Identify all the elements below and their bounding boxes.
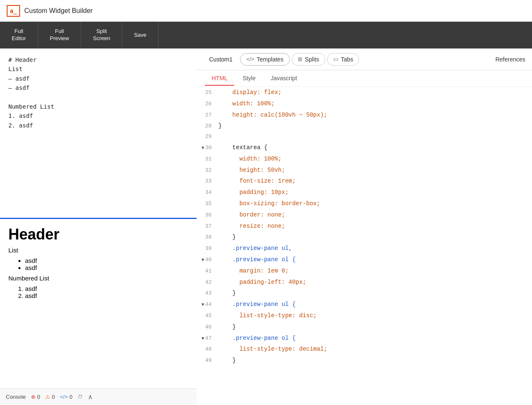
left-panel: # Header List – asdf – asdf Numbered Lis… bbox=[0, 48, 197, 405]
warning-badge: ⚠ 0 bbox=[45, 394, 55, 400]
line-number: 26 bbox=[197, 100, 218, 109]
line-number: 25 bbox=[197, 89, 218, 97]
code-content: } bbox=[218, 322, 532, 331]
code-content: height: 50vh; bbox=[218, 166, 532, 175]
sub-tab-html[interactable]: HTML bbox=[205, 71, 234, 86]
line-number: 45 bbox=[197, 312, 218, 321]
save-button[interactable]: Save bbox=[122, 22, 159, 48]
code-line: 29 bbox=[197, 132, 532, 142]
preview-numbered-label: Numbered List bbox=[8, 275, 188, 282]
references-label[interactable]: References bbox=[489, 56, 525, 63]
templates-icon: </> bbox=[246, 56, 254, 62]
code-line: 34 padding: 10px; bbox=[197, 187, 532, 198]
code-line: 49 } bbox=[197, 355, 532, 366]
tab-templates[interactable]: </> Templates bbox=[240, 53, 290, 66]
code-line: ▼40 .preview-pane ol { bbox=[197, 254, 532, 265]
list-item: asdf bbox=[25, 285, 188, 292]
code-line: 32 height: 50vh; bbox=[197, 165, 532, 176]
code-icon: </> bbox=[60, 394, 68, 400]
code-content: border: none; bbox=[218, 210, 532, 219]
main-layout: # Header List – asdf – asdf Numbered Lis… bbox=[0, 48, 532, 405]
tab-tabs[interactable]: ▭ Tabs bbox=[327, 53, 360, 66]
error-icon: ⊗ bbox=[31, 394, 36, 400]
list-item: asdf bbox=[25, 264, 188, 271]
error-badge: ⊗ 0 bbox=[31, 394, 40, 400]
list-item: asdf bbox=[25, 257, 188, 264]
code-line: ▼44 .preview-pane ul { bbox=[197, 299, 532, 310]
code-line: 39 .preview-pane ul, bbox=[197, 243, 532, 254]
list-item: asdf bbox=[25, 292, 188, 299]
splits-label: Splits bbox=[305, 56, 319, 63]
preview-header: Header bbox=[8, 226, 188, 243]
line-number: ▼40 bbox=[197, 256, 218, 265]
line-number: 48 bbox=[197, 345, 218, 354]
code-content: height: calc(100vh − 50px); bbox=[218, 110, 532, 120]
toolbar: Full Editor Full Preview Split Screen Sa… bbox=[0, 22, 532, 48]
code-line: 41 margin: 1em 0; bbox=[197, 265, 532, 277]
sub-tab-style[interactable]: Style bbox=[236, 71, 262, 86]
console-bar: Console ⊗ 0 ⚠ 0 </> 0 ⏱ ∧ bbox=[0, 388, 197, 405]
preview-numbered-list: asdf asdf bbox=[8, 285, 188, 299]
line-number: 37 bbox=[197, 222, 218, 231]
code-content: margin: 1em 0; bbox=[218, 266, 532, 275]
code-content: list-style-type: decimal; bbox=[218, 344, 532, 354]
line-number: 39 bbox=[197, 245, 218, 253]
code-content: display: flex; bbox=[218, 88, 532, 97]
tabs-label: Tabs bbox=[341, 56, 353, 63]
line-number: 43 bbox=[197, 289, 218, 298]
templates-label: Templates bbox=[257, 56, 284, 63]
splits-icon: ⊞ bbox=[298, 56, 302, 62]
preview-area: Header List asdf asdf Numbered List asdf… bbox=[0, 219, 197, 388]
text-editor[interactable]: # Header List – asdf – asdf Numbered Lis… bbox=[0, 48, 197, 219]
code-content: list-style-type: disc; bbox=[218, 311, 532, 320]
clock-icon: ⏱ bbox=[77, 394, 83, 400]
code-line: 36 border: none; bbox=[197, 209, 532, 221]
line-number: 35 bbox=[197, 200, 218, 209]
titlebar: a_ Custom Widget Builder bbox=[0, 0, 532, 22]
preview-bullet-list: asdf asdf bbox=[8, 257, 188, 271]
code-line: 33 font-size: 1rem; bbox=[197, 176, 532, 187]
code-line: 46 } bbox=[197, 321, 532, 333]
code-line: ▼47 .preview-pane ol { bbox=[197, 333, 532, 344]
code-content: .preview-pane ul { bbox=[218, 300, 532, 309]
code-content: } bbox=[218, 232, 532, 242]
code-line: 48 list-style-type: decimal; bbox=[197, 344, 532, 355]
line-number: 34 bbox=[197, 188, 218, 197]
sub-tab-javascript[interactable]: Javascript bbox=[264, 71, 304, 86]
line-number: 42 bbox=[197, 278, 218, 287]
code-content: } bbox=[218, 356, 532, 365]
tabs-icon: ▭ bbox=[333, 56, 338, 62]
code-line: 27 height: calc(100vh − 50px); bbox=[197, 110, 532, 121]
code-line: 45 list-style-type: disc; bbox=[197, 310, 532, 321]
line-number: 27 bbox=[197, 111, 218, 120]
line-number: 32 bbox=[197, 166, 218, 175]
line-number: 36 bbox=[197, 211, 218, 220]
code-content: .preview-pane ol { bbox=[218, 255, 532, 264]
line-number: ▼44 bbox=[197, 301, 218, 309]
line-number: 31 bbox=[197, 155, 218, 164]
code-line: 37 resize: none; bbox=[197, 221, 532, 232]
tab-splits[interactable]: ⊞ Splits bbox=[292, 53, 325, 66]
console-toggle-button[interactable]: ∧ bbox=[88, 393, 93, 401]
split-screen-button[interactable]: Split Screen bbox=[81, 22, 122, 48]
line-number: 33 bbox=[197, 177, 218, 186]
line-number: 28 bbox=[197, 122, 218, 131]
line-number: 46 bbox=[197, 323, 218, 332]
code-content: width: 100%; bbox=[218, 154, 532, 163]
code-content: padding-left: 40px; bbox=[218, 278, 532, 287]
right-panel: Custom1 </> Templates ⊞ Splits ▭ Tabs Re… bbox=[197, 48, 532, 405]
code-content: padding: 10px; bbox=[218, 188, 532, 197]
code-line: 31 width: 100%; bbox=[197, 153, 532, 165]
full-preview-button[interactable]: Full Preview bbox=[38, 22, 81, 48]
tab-custom1[interactable]: Custom1 bbox=[203, 53, 238, 65]
code-area[interactable]: 25 display: flex;26 width: 100%;27 heigh… bbox=[197, 87, 532, 405]
code-content: resize: none; bbox=[218, 222, 532, 231]
line-number: ▼47 bbox=[197, 334, 218, 343]
code-content: box-sizing: border-box; bbox=[218, 199, 532, 208]
line-number: 38 bbox=[197, 233, 218, 242]
code-line: 25 display: flex; bbox=[197, 87, 532, 98]
code-line: ▼30 textarea { bbox=[197, 142, 532, 153]
code-line: 26 width: 100%; bbox=[197, 98, 532, 110]
full-editor-button[interactable]: Full Editor bbox=[0, 22, 38, 48]
app-logo: a_ bbox=[7, 5, 20, 17]
